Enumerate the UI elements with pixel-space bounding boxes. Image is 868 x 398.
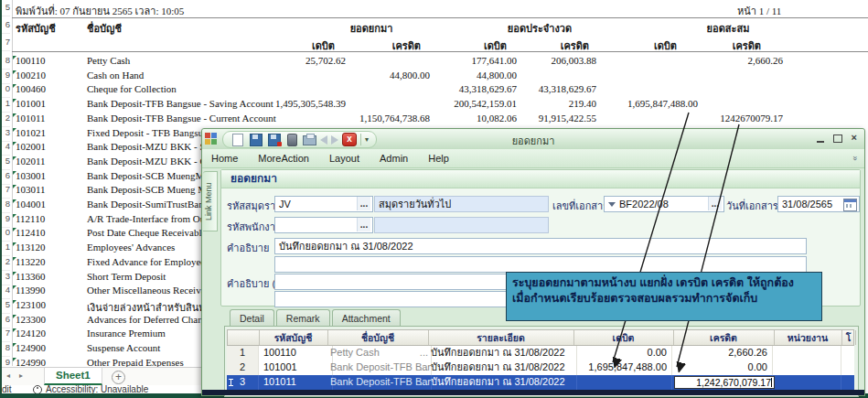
sheet-nav-prev-icon[interactable]: ◂ [6,371,10,380]
tab[interactable]: Remark [276,309,330,327]
account-name-cell: Employees' Advances [87,242,175,253]
save-close-icon[interactable] [268,134,281,146]
account-code-cell: 101021 [16,127,46,138]
grid-detail-cell[interactable]: บันทึกยอดยกมา ณ 31/08/2022 [427,360,577,375]
print-icon[interactable] [303,135,316,145]
grid-row[interactable]: 1 100110 Petty Cash บันทึกยอดยกมา ณ 31/0… [227,346,854,361]
tab[interactable]: Attachment [332,309,401,327]
grid-department-cell[interactable] [773,375,841,390]
grid-code-cell[interactable]: 100110 [258,346,333,360]
grid-header-project[interactable]: โ [841,330,856,345]
grid-row[interactable]: 2 101001 Bank Deposit-TFB Bangsue บันทึก… [227,360,854,376]
grid-code-cell[interactable]: 101001 [258,360,333,375]
account-name-cell: Bank Deposit-TFB Bangsue - Saving Accoun… [87,98,273,109]
account-code-cell: 123300 [16,314,46,325]
report-account-row: 100110 Petty Cash 25,702.62 177,641.00 2… [0,55,868,70]
grid-project-cell[interactable] [841,360,854,375]
grid-detail-cell[interactable]: บันทึกยอดยกมา ณ 31/08/2022 [427,346,577,360]
credit-edit-input[interactable]: 1,242,670,079.17 [674,376,775,389]
grid-name-cell[interactable]: Petty Cash [327,346,432,360]
close-icon[interactable]: × [852,133,857,143]
row-indicator: 2 [227,360,259,375]
description-input-2[interactable] [274,256,807,273]
journal-code-input[interactable]: JV ... [274,196,373,212]
menu-item[interactable]: MoreAction [258,153,309,164]
account-code-cell: 103001 [16,170,46,181]
report-account-row: 101011 Bank Deposit-TFB Bangsue - Curren… [0,113,868,127]
grid-code-cell[interactable]: 101011 [258,375,333,390]
doc-no-browse-button[interactable]: ... [708,197,722,210]
tab[interactable]: Detail [230,309,274,327]
period-credit-cell: 43,318,629.67 [498,83,596,94]
back-icon[interactable] [320,135,327,145]
grid-row[interactable]: 3 101011 Bank Deposit-TFB Bangsue บันทึก… [227,375,854,391]
account-code-cell: 112410 [16,227,46,238]
menu-item[interactable]: Home [211,153,238,164]
grid-name-cell[interactable]: Bank Deposit-TFB Bangsue [327,360,432,375]
account-code-cell: 112110 [16,213,45,224]
grid-project-cell[interactable] [841,375,854,390]
account-code-cell: 113990 [16,285,46,296]
new-document-icon[interactable] [232,134,243,146]
annotation-callout: ระบุยอดยกมาตามหน้างบ แยกฝั่ง เดรบิต เครด… [506,272,822,321]
menu-item[interactable]: Layout [329,153,359,164]
account-name-cell: Cash on Hand [87,70,144,81]
panel-title: ยอดยกมา [221,170,860,188]
grid-department-cell[interactable] [773,360,841,375]
doc-no-combo[interactable]: BF2022/08 ... [604,196,724,212]
journal-description-field: สมุดรายวันทั่วไป [374,196,549,212]
row-indicator: 3 [227,375,259,390]
journal-browse-button[interactable]: ... [357,197,370,210]
delete-icon[interactable] [287,134,297,146]
menu-item[interactable]: Help [428,153,449,164]
menu-bar: HomeMoreActionLayoutAdminHelp [202,149,864,168]
grid-credit-cell[interactable]: 0.00 [672,360,773,375]
account-code-cell: 101011 [16,113,46,124]
description-input[interactable]: บันทึกยอดยกมา ณ 31/08/2022 [274,238,807,254]
account-name-cell: Petty Cash [87,55,130,66]
grid-name-cell[interactable]: Bank Deposit-TFB Bangsue [327,375,432,390]
new-sheet-icon[interactable] [112,371,125,384]
toolbar-separator [360,134,361,145]
account-code-cell: 104001 [16,199,46,210]
detail-grid: รหัสบัญชี ชื่อบัญชี รายละเอียด เดบิต เคร… [224,326,859,397]
menu-expand-icon[interactable]: » [850,156,859,160]
app-icon [205,133,217,145]
grid-department-cell[interactable] [773,346,841,360]
sheet-nav-next-icon[interactable]: ▸ [19,371,23,380]
report-account-row: 101001 Bank Deposit-TFB Bangsue - Saving… [0,98,868,113]
menu-item[interactable]: Admin [380,153,408,164]
employee-code-input[interactable]: ... [274,217,373,233]
maximize-icon[interactable] [833,134,842,143]
forward-icon[interactable] [331,135,338,145]
toolbar-options-icon[interactable]: ▾ [365,135,369,144]
doc-date-input[interactable]: 31/08/2565 [777,196,860,212]
sheet-tab[interactable]: Sheet1 [44,368,102,385]
annotation-line-1: ระบุยอดยกมาตามหน้างบ แยกฝั่ง เดรบิต เครด… [512,275,816,291]
grid-debit-cell[interactable] [573,375,672,390]
account-name-cell: Cheque for Collection [87,83,177,94]
grid-header-code[interactable]: รหัสบัญชี [259,330,328,345]
dialog-title-bar[interactable]: x ▾ ยอดยกมา × [202,129,864,150]
minimize-icon[interactable] [817,141,824,143]
account-code-cell: 113120 [16,242,46,253]
save-icon[interactable] [250,134,263,146]
close-window-icon[interactable]: x [342,133,357,146]
grid-header-name[interactable]: ชื่อบัญชี [327,330,429,345]
link-menu-tab[interactable]: Link Menu [203,171,218,231]
grid-debit-cell[interactable]: 1,695,847,488.00 [573,360,672,375]
grid-credit-cell[interactable]: 2,660.26 [672,346,773,360]
grid-header-credit[interactable]: เครดิต [673,330,775,345]
employee-browse-button[interactable]: ... [357,218,370,231]
grid-header-department[interactable]: หน่วยงาน [774,330,842,345]
grid-header-detail[interactable]: รายละเอียด [428,330,574,345]
account-code-cell: 100460 [16,83,46,94]
account-code-cell: 102011 [16,156,46,167]
calendar-icon[interactable] [843,199,857,211]
grid-project-cell[interactable] [841,346,854,360]
grid-debit-cell[interactable]: 0.00 [573,346,672,360]
grid-header-debit[interactable]: เดบิต [573,330,674,345]
grid-detail-cell[interactable]: บันทึกยอดยกมา ณ 31/08/2022 [427,375,577,390]
accum-credit-cell: 2,660.26 [677,55,783,66]
dropdown-arrow-icon [608,202,616,207]
